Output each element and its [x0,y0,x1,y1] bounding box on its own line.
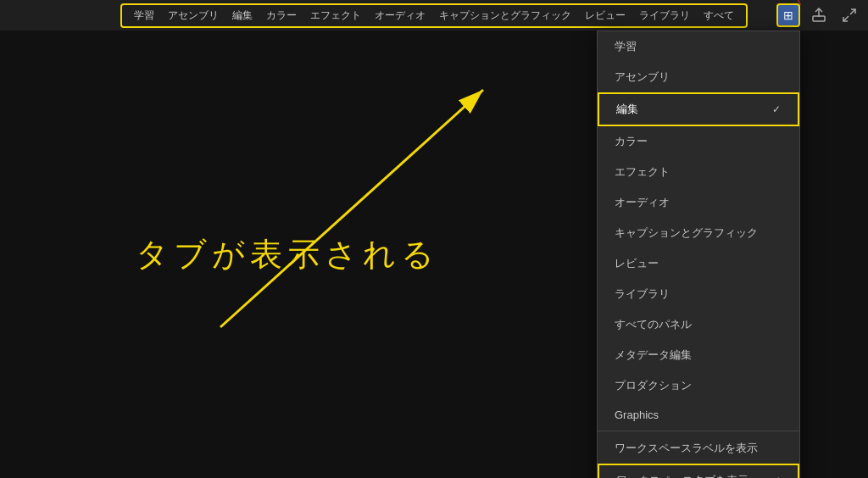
svg-line-2 [850,9,855,14]
dropdown-item-label: アセンブリ [615,69,670,85]
dropdown-menu: 学習 アセンブリ 編集 ✓ カラー エフェクト オーディオ キャプションとグラフ… [597,31,800,478]
checkmark-icon: ✓ [772,475,781,478]
top-menubar: 学習 アセンブリ 編集 カラー エフェクト オーディオ キャプションとグラフィッ… [0,0,868,31]
dropdown-item-label: すべてのパネル [615,317,692,332]
dropdown-item-learning[interactable]: 学習 [598,31,799,62]
share-button[interactable] [807,3,831,27]
svg-line-5 [220,90,483,327]
dropdown-item-captions[interactable]: キャプションとグラフィック [598,218,799,248]
workspace-switcher-button[interactable]: ⊞ ↑ [776,3,800,27]
menu-tabs-wrapper: 学習 アセンブリ 編集 カラー エフェクト オーディオ キャプションとグラフィッ… [120,3,748,28]
tab-edit[interactable]: 編集 [225,7,259,25]
dropdown-item-show-workspace-label[interactable]: ワークスペースラベルを表示 [598,433,799,464]
dropdown-item-label: ライブラリ [615,286,670,302]
dropdown-item-label: オーディオ [615,195,670,210]
center-text: タブが表示される [136,233,439,276]
dropdown-item-audio[interactable]: オーディオ [598,187,799,218]
tab-review[interactable]: レビュー [578,7,632,25]
dropdown-item-label: ワークスペースラベルを表示 [615,441,758,456]
tab-audio[interactable]: オーディオ [368,7,432,25]
dropdown-item-effect[interactable]: エフェクト [598,157,799,187]
tab-assembly[interactable]: アセンブリ [161,7,225,25]
dropdown-item-edit[interactable]: 編集 ✓ [598,92,799,126]
workspace-icon: ⊞ [783,8,793,22]
dropdown-item-label: エフェクト [615,164,670,180]
dropdown-item-label: プロダクション [615,378,692,393]
dropdown-item-label: レビュー [615,256,659,271]
expand-button[interactable] [837,3,861,27]
yellow-arrow [170,64,526,353]
dropdown-item-label: 学習 [615,39,637,54]
tab-captions[interactable]: キャプションとグラフィック [432,7,578,25]
dropdown-item-show-workspace-tab[interactable]: ワークスペースタブを表示 ✓ [598,464,799,478]
dropdown-item-review[interactable]: レビュー [598,248,799,279]
dropdown-item-label: Graphics [615,409,659,421]
dropdown-item-assembly[interactable]: アセンブリ [598,62,799,92]
dropdown-item-metadata[interactable]: メタデータ編集 [598,340,799,370]
dropdown-item-label: カラー [615,134,648,149]
tab-all[interactable]: すべて [697,7,741,25]
tab-library[interactable]: ライブラリ [632,7,697,25]
top-right-icons: ⊞ ↑ [776,3,861,27]
dropdown-item-label: キャプションとグラフィック [615,225,758,241]
dropdown-item-graphics[interactable]: Graphics [598,401,799,429]
checkmark-icon: ✓ [772,103,781,115]
dropdown-item-production[interactable]: プロダクション [598,370,799,401]
divider [598,431,799,431]
dropdown-item-all-panels[interactable]: すべてのパネル [598,309,799,340]
dropdown-item-color[interactable]: カラー [598,126,799,157]
tab-effect[interactable]: エフェクト [303,7,368,25]
dropdown-item-label: メタデータ編集 [615,347,692,363]
tab-learning[interactable]: 学習 [127,7,161,25]
tab-color[interactable]: カラー [259,7,303,25]
dropdown-item-label: 編集 [616,102,638,117]
dropdown-item-library[interactable]: ライブラリ [598,279,799,309]
svg-line-3 [843,16,849,21]
dropdown-item-label: ワークスペースタブを表示 [616,473,748,478]
